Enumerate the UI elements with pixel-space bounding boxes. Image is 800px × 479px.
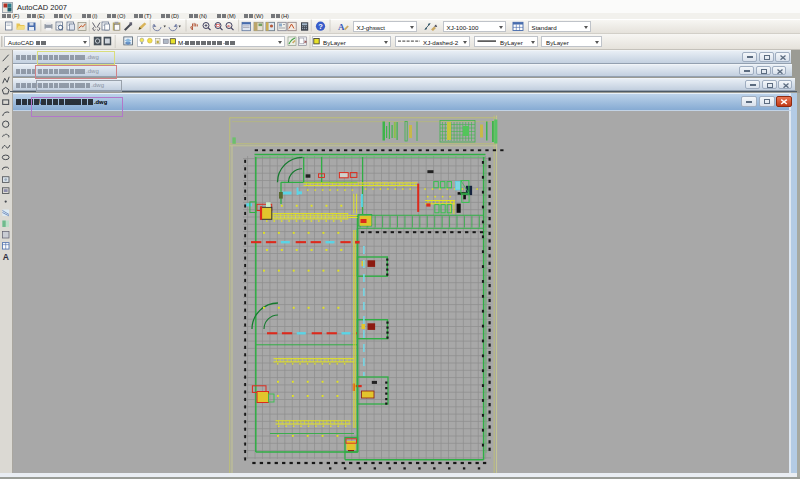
svg-text:A: A bbox=[3, 252, 9, 262]
svg-text:?: ? bbox=[318, 22, 323, 31]
svg-text:A: A bbox=[338, 22, 345, 32]
